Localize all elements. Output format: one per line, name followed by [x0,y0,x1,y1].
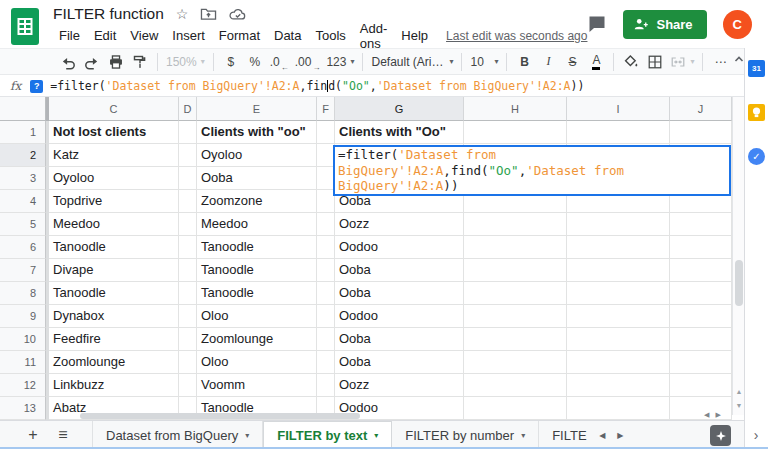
format-currency-button[interactable]: $ [219,51,243,73]
strikethrough-button[interactable]: S [560,51,584,73]
menu-insert[interactable]: Insert [166,27,211,44]
cell-D4[interactable] [179,190,197,213]
cell-C10[interactable]: Feedfire [49,328,179,351]
horizontal-scrollbar-thumb[interactable] [80,413,360,419]
sheets-logo-icon[interactable] [11,8,39,45]
cell-F8[interactable] [317,282,335,305]
cell-I13[interactable] [567,397,670,420]
number-format-button[interactable]: 123▾ [323,51,357,73]
decrease-decimal-button[interactable]: .0← [267,51,292,73]
cell-E7[interactable]: Tanoodle [197,259,317,282]
show-side-panel-button[interactable]: › [744,427,768,443]
cell-I11[interactable] [567,351,670,374]
cell-D12[interactable] [179,374,197,397]
cell-I1[interactable] [567,121,670,144]
menu-addons[interactable]: Add-ons [354,20,393,52]
cell-I12[interactable] [567,374,670,397]
vertical-scrollbar-thumb[interactable] [735,260,743,306]
cell-D7[interactable] [179,259,197,282]
cell-C11[interactable]: Zoomlounge [49,351,179,374]
column-header-I[interactable]: I [567,97,670,121]
cell-E1[interactable]: Clients with "oo" [197,121,317,144]
cell-C1[interactable]: Not lost clients [49,121,179,144]
menu-data[interactable]: Data [268,27,307,44]
column-header-F[interactable]: F [317,97,335,121]
cell-H8[interactable] [464,282,567,305]
cell-G6[interactable]: Oodoo [335,236,464,259]
comment-history-icon[interactable] [587,14,607,34]
cell-C5[interactable]: Meedoo [49,213,179,236]
row-header-1[interactable]: 1 [0,121,46,144]
menu-tools[interactable]: Tools [309,27,351,44]
cell-J12[interactable] [670,374,732,397]
column-header-E[interactable]: E [197,97,317,121]
menu-format[interactable]: Format [213,27,266,44]
cell-E4[interactable]: Zoomzone [197,190,317,213]
print-button[interactable] [104,51,128,73]
cell-C12[interactable]: Linkbuzz [49,374,179,397]
cell-F5[interactable] [317,213,335,236]
cell-E3[interactable]: Ooba [197,167,317,190]
cell-C2[interactable]: Katz [49,144,179,167]
column-header-G[interactable]: G [335,97,464,121]
paint-format-button[interactable] [128,51,152,73]
menu-help[interactable]: Help [395,27,434,44]
cell-J7[interactable] [670,259,732,282]
cell-H7[interactable] [464,259,567,282]
font-size-select[interactable]: 10▾ [467,51,501,73]
star-icon[interactable]: ☆ [176,7,189,21]
cell-D10[interactable] [179,328,197,351]
cell-C7[interactable]: Divape [49,259,179,282]
cell-H6[interactable] [464,236,567,259]
cell-G11[interactable]: Ooba [335,351,464,374]
cell-G8[interactable]: Ooba [335,282,464,305]
cell-F7[interactable] [317,259,335,282]
account-avatar[interactable]: C [723,10,752,39]
cell-I5[interactable] [567,213,670,236]
redo-button[interactable] [80,51,104,73]
cell-D9[interactable] [179,305,197,328]
cell-G5[interactable]: Oozz [335,213,464,236]
add-sheet-button[interactable]: + [18,421,48,449]
cell-C4[interactable]: Topdrive [49,190,179,213]
cell-G12[interactable]: Oozz [335,374,464,397]
tab-filter-by-number[interactable]: FILTER by number▾ [392,421,539,449]
cell-H11[interactable] [464,351,567,374]
row-header-10[interactable]: 10 [0,328,46,351]
row-header-3[interactable]: 3 [0,167,46,190]
cell-E11[interactable]: Oloo [197,351,317,374]
cell-editor-G2[interactable]: =filter('Dataset fromBigQuery'!A2:A,find… [333,145,731,196]
row-header-13[interactable]: 13 [0,397,46,420]
select-all-corner[interactable] [0,97,46,121]
cell-E12[interactable]: Voomm [197,374,317,397]
cell-D2[interactable] [179,144,197,167]
row-header-7[interactable]: 7 [0,259,46,282]
cell-F6[interactable] [317,236,335,259]
tab-dataset-from-bigquery[interactable]: Dataset from BigQuery▾ [92,421,263,449]
bold-button[interactable]: B [512,51,536,73]
vertical-scrollbar[interactable]: ▲ ▼ [732,97,744,415]
cell-I6[interactable] [567,236,670,259]
cell-G10[interactable]: Ooba [335,328,464,351]
menu-view[interactable]: View [124,27,164,44]
cell-H5[interactable] [464,213,567,236]
formula-help-icon[interactable]: ? [30,80,43,93]
cell-E9[interactable]: Oloo [197,305,317,328]
cell-F12[interactable] [317,374,335,397]
cell-J1[interactable] [670,121,732,144]
all-sheets-button[interactable]: ≡ [48,421,78,449]
cell-E6[interactable]: Tanoodle [197,236,317,259]
column-header-D[interactable]: D [179,97,197,121]
zoom-select[interactable]: 150%▾ [163,51,208,73]
cell-J9[interactable] [670,305,732,328]
column-header-C[interactable]: C [49,97,179,121]
row-header-2[interactable]: 2 [0,144,46,167]
document-title[interactable]: FILTER function [53,5,164,23]
undo-button[interactable] [56,51,80,73]
cell-D3[interactable] [179,167,197,190]
cell-C8[interactable]: Tanoodle [49,282,179,305]
column-header-J[interactable]: J [670,97,732,121]
merge-cells-button[interactable]: ▾ [667,51,697,73]
cell-F9[interactable] [317,305,335,328]
borders-button[interactable] [643,51,667,73]
